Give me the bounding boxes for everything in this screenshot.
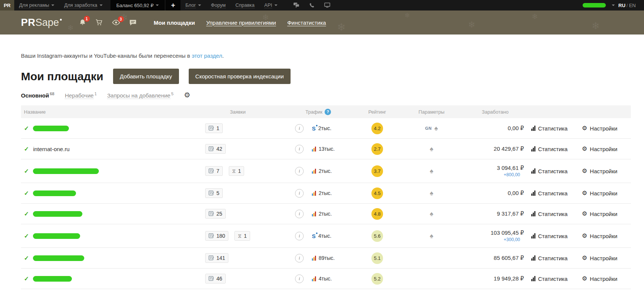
statistics-link[interactable]: Статистика	[526, 190, 577, 196]
site-name-censored	[33, 276, 72, 282]
traffic-value: 4тыс.	[318, 233, 331, 239]
statistics-bars-icon	[531, 211, 535, 216]
info-icon[interactable]: i	[295, 274, 304, 283]
site-name-censored	[33, 168, 99, 174]
dialogs-icon[interactable]	[129, 19, 137, 26]
applications-pill[interactable]: 180	[205, 231, 228, 241]
applications-pill[interactable]: 141	[205, 253, 228, 263]
spade-icon: ♠	[434, 125, 438, 132]
top-utility-icons	[294, 0, 330, 10]
table-header: Название Заявки Трафик? Рейтинг Параметр…	[21, 105, 631, 118]
pending-pill[interactable]: ⧖ 1	[234, 231, 250, 241]
earned-amount: 0,00 ₽	[508, 190, 524, 196]
caret-down-icon[interactable]	[612, 4, 615, 6]
statistics-link[interactable]: Статистика	[526, 211, 577, 217]
hourglass-icon: ⧖	[232, 168, 236, 174]
add-platform-button[interactable]: Добавить площадку	[113, 69, 179, 84]
statistics-link[interactable]: Статистика	[526, 125, 577, 132]
username-censored[interactable]	[583, 3, 606, 8]
tab-inactive[interactable]: Нерабочие1	[65, 92, 97, 99]
rating-badge: 3.7	[371, 165, 383, 177]
spade-icon: ♠	[430, 232, 434, 239]
balance-dropdown[interactable]: Баланс 650,92 ₽	[110, 0, 165, 10]
statistics-label: Статистика	[538, 190, 568, 196]
menu-for-earning[interactable]: Для заработка	[59, 0, 107, 10]
info-icon[interactable]: i	[295, 232, 304, 240]
traffic-value: 4тыс.	[319, 276, 332, 282]
lang-ru[interactable]: RU	[619, 3, 626, 8]
col-name: Название	[21, 109, 195, 115]
applications-pill[interactable]: 42	[205, 144, 226, 154]
traffic-help-icon[interactable]: ?	[325, 109, 331, 115]
settings-link[interactable]: ⚙ Настройки	[577, 233, 631, 239]
tabs-settings-gear-icon[interactable]: ⚙	[184, 92, 190, 99]
prsape-logo[interactable]: PRSape	[21, 17, 62, 28]
watch-eye-icon[interactable]: 3	[112, 19, 120, 26]
menu-api[interactable]: API	[259, 0, 282, 10]
info-icon[interactable]: i	[295, 145, 304, 153]
statistics-link[interactable]: Статистика	[526, 255, 577, 261]
table-row: ✓ 180 ⧖ 1 i S 4тыс. 5.6	[21, 224, 631, 248]
settings-link[interactable]: ⚙ Настройки	[577, 146, 631, 152]
pr-corner-badge[interactable]: PR	[0, 0, 14, 10]
lang-en[interactable]: EN	[629, 3, 636, 8]
tab-main[interactable]: Основной68	[21, 92, 54, 99]
phone-icon[interactable]	[309, 3, 315, 8]
caret-down-icon	[100, 4, 103, 6]
settings-link[interactable]: ⚙ Настройки	[577, 168, 631, 174]
settings-link[interactable]: ⚙ Настройки	[577, 190, 631, 196]
col-applications: Заявки	[195, 109, 281, 115]
nav-privileges[interactable]: Управление привилегиями	[206, 20, 276, 26]
monitor-icon[interactable]	[324, 3, 330, 8]
page-title: Мои площадки	[21, 70, 103, 83]
cart-icon[interactable]	[95, 19, 103, 26]
tab-add-requests[interactable]: Запросы на добавление5	[107, 92, 173, 99]
applications-pill[interactable]: 1	[205, 123, 223, 133]
info-icon[interactable]: i	[295, 189, 304, 198]
statistics-label: Статистика	[538, 146, 568, 152]
caret-down-icon	[156, 4, 159, 6]
info-icon[interactable]: i	[295, 210, 304, 218]
applications-pill[interactable]: 7	[205, 166, 223, 176]
messages-icon[interactable]	[294, 3, 300, 8]
applications-icon	[209, 233, 214, 238]
statistics-link[interactable]: Статистика	[526, 168, 577, 174]
apps-count: 180	[216, 233, 225, 239]
table-row: ✓ 46 i 4тыс. 5.2 19 949,28	[21, 268, 631, 289]
settings-label: Настройки	[590, 233, 617, 239]
settings-link[interactable]: ⚙ Настройки	[577, 255, 631, 261]
statistics-label: Статистика	[538, 125, 568, 132]
nav-my-platforms[interactable]: Мои площадки	[154, 20, 195, 26]
applications-pill[interactable]: 5	[205, 188, 223, 198]
info-icon[interactable]: i	[295, 124, 304, 133]
settings-link[interactable]: ⚙ Настройки	[577, 276, 631, 282]
spade-icon: ♠	[430, 210, 434, 217]
settings-link[interactable]: ⚙ Настройки	[577, 211, 631, 217]
apps-count: 42	[216, 146, 222, 152]
info-icon[interactable]: i	[295, 167, 304, 176]
site-name[interactable]: internat-one.ru	[33, 146, 70, 152]
nav-finstatistics[interactable]: Финстатистика	[287, 20, 326, 26]
pending-count: 1	[244, 233, 247, 239]
statistics-link[interactable]: Статистика	[526, 276, 577, 282]
notifications-bell-icon[interactable]: 1	[79, 19, 86, 26]
applications-pill[interactable]: 25	[205, 209, 226, 219]
statistics-link[interactable]: Статистика	[526, 146, 577, 152]
link-forum[interactable]: Форум	[206, 0, 231, 10]
pending-pill[interactable]: ⧖ 1	[229, 166, 244, 176]
add-plus-button[interactable]: +	[165, 0, 180, 10]
link-help[interactable]: Справка	[231, 0, 259, 10]
statistics-link[interactable]: Статистика	[526, 233, 577, 239]
info-icon[interactable]: i	[295, 254, 304, 262]
applications-pill[interactable]: 46	[205, 274, 226, 284]
indexation-check-button[interactable]: Скоростная проверка индексации	[189, 69, 291, 84]
apps-count: 1	[216, 125, 219, 131]
apps-count: 5	[216, 190, 219, 196]
settings-label: Настройки	[590, 255, 617, 261]
menu-for-advertisers[interactable]: Для рекламы	[14, 0, 59, 10]
earned-amount: 9 317,67 ₽	[497, 210, 524, 217]
menu-blog[interactable]: Блог	[180, 0, 206, 10]
statistics-bars-icon	[531, 126, 535, 131]
settings-link[interactable]: ⚙ Настройки	[577, 125, 631, 132]
this-section-link[interactable]: этот раздел	[192, 52, 222, 59]
